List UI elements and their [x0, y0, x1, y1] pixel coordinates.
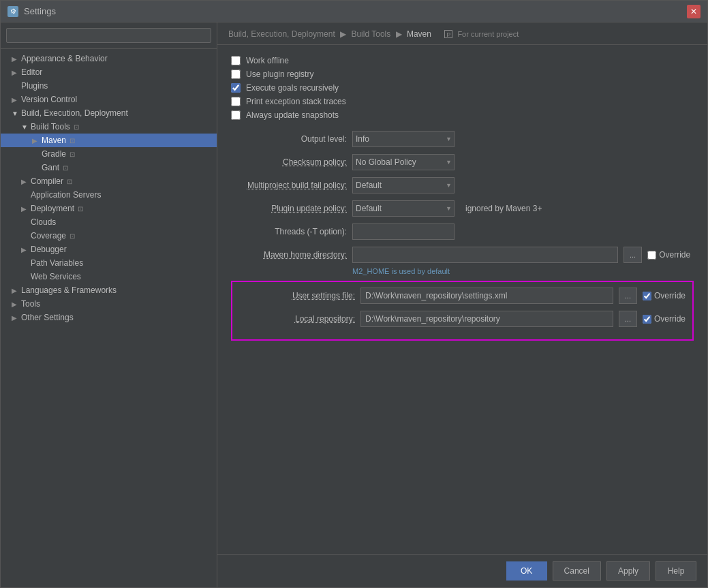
local-repo-override-checkbox[interactable] [643, 315, 651, 324]
expand-arrow-debugger: ▶ [21, 246, 31, 253]
user-settings-row: User settings file: ... Override [239, 288, 686, 304]
sidebar-label-version-control: Version Control [21, 95, 77, 104]
always-update-checkbox[interactable] [231, 110, 241, 120]
override-settings-box: User settings file: ... Override Local r… [231, 281, 694, 341]
sidebar-item-web-services[interactable]: Web Services [1, 270, 217, 283]
sidebar-label-maven: Maven [42, 136, 66, 145]
multiproject-build-fail-select[interactable]: Default At End Never Always [352, 177, 455, 194]
checksum-policy-row: Checksum policy: No Global Policy Strict… [231, 154, 694, 170]
sidebar-item-clouds[interactable]: Clouds [1, 215, 217, 229]
user-settings-override: Override [643, 291, 686, 300]
local-repo-input[interactable] [360, 311, 613, 327]
sidebar-label-appearance: Appearance & Behavior [21, 54, 108, 63]
sidebar-item-other[interactable]: ▶ Other Settings [1, 311, 217, 324]
multiproject-build-fail-row: Multiproject build fail policy: Default … [231, 177, 694, 194]
breadcrumb-sep-1: ▶ [340, 29, 346, 39]
user-settings-browse-button[interactable]: ... [619, 288, 637, 304]
maven-home-browse-button[interactable]: ... [624, 247, 642, 263]
sidebar-label-clouds: Clouds [31, 217, 56, 227]
sidebar-item-deployment[interactable]: ▶ Deployment ⊡ [1, 202, 217, 215]
always-update-row: Always update snapshots [231, 110, 694, 120]
page-icon-gant: ⊡ [61, 163, 70, 172]
sidebar-item-gant[interactable]: Gant ⊡ [1, 161, 217, 174]
dialog-title: Settings [24, 6, 56, 16]
expand-arrow-compiler: ▶ [21, 178, 31, 185]
local-repo-row: Local repository: ... Override [239, 311, 686, 327]
maven-home-input[interactable] [352, 247, 618, 263]
threads-input[interactable] [352, 223, 455, 240]
page-icon-deployment: ⊡ [76, 204, 85, 213]
sidebar: ▶ Appearance & Behavior ▶ Editor Plugins… [1, 22, 217, 587]
use-plugin-registry-checkbox[interactable] [231, 69, 241, 79]
sidebar-item-appearance[interactable]: ▶ Appearance & Behavior [1, 52, 217, 65]
sidebar-item-editor[interactable]: ▶ Editor [1, 65, 217, 79]
plugin-update-policy-select[interactable]: Default Always Never [352, 200, 455, 217]
expand-arrow-deployment: ▶ [21, 205, 31, 213]
output-level-select[interactable]: Info Debug Warn Error [352, 131, 455, 147]
sidebar-item-app-servers[interactable]: Application Servers [1, 188, 217, 202]
use-plugin-registry-label: Use plugin registry [246, 69, 313, 79]
always-update-label: Always update snapshots [246, 110, 339, 120]
expand-arrow-app-servers [21, 191, 31, 199]
search-input[interactable] [6, 28, 211, 43]
checksum-policy-select[interactable]: No Global Policy Strict Warn Fail [352, 154, 455, 170]
sidebar-label-plugins: Plugins [21, 81, 48, 91]
expand-arrow-other: ▶ [12, 314, 21, 322]
sidebar-item-tools[interactable]: ▶ Tools [1, 297, 217, 311]
plugin-update-policy-label: Plugin update policy: [231, 204, 347, 213]
multiproject-build-fail-select-wrapper: Default At End Never Always [352, 177, 455, 194]
work-offline-label: Work offline [246, 56, 289, 65]
help-button[interactable]: Help [656, 561, 696, 581]
sidebar-label-languages: Languages & Frameworks [21, 285, 117, 295]
main-panel: Build, Execution, Deployment ▶ Build Too… [217, 22, 707, 587]
sidebar-item-build-tools[interactable]: ▼ Build Tools ⊡ [1, 120, 217, 134]
expand-arrow-version-control: ▶ [12, 96, 21, 104]
cancel-button[interactable]: Cancel [553, 561, 601, 581]
sidebar-item-debugger[interactable]: ▶ Debugger [1, 243, 217, 256]
breadcrumb: Build, Execution, Deployment ▶ Build Too… [217, 22, 707, 45]
print-exceptions-label: Print exception stack traces [246, 97, 346, 106]
execute-goals-label: Execute goals recursively [246, 83, 339, 93]
execute-goals-checkbox[interactable] [231, 83, 241, 93]
user-settings-override-checkbox[interactable] [643, 292, 651, 300]
maven-home-override-label: Override [659, 250, 690, 260]
page-icon-maven: ⊡ [67, 136, 77, 145]
sidebar-item-maven[interactable]: ▶ Maven ⊡ [1, 134, 217, 147]
sidebar-label-editor: Editor [21, 67, 42, 77]
sidebar-item-build-exec[interactable]: ▼ Build, Execution, Deployment [1, 106, 217, 120]
breadcrumb-part-3: Maven [407, 29, 431, 39]
sidebar-item-languages[interactable]: ▶ Languages & Frameworks [1, 283, 217, 297]
print-exceptions-checkbox[interactable] [231, 97, 241, 106]
ok-button[interactable]: OK [506, 561, 547, 581]
sidebar-item-coverage[interactable]: Coverage ⊡ [1, 229, 217, 243]
maven-home-default-note: M2_HOME is used by default [352, 267, 694, 275]
page-icon-compiler: ⊡ [65, 176, 74, 186]
sidebar-item-gradle[interactable]: Gradle ⊡ [1, 147, 217, 161]
maven-home-override-checkbox[interactable] [647, 251, 656, 260]
expand-arrow-languages: ▶ [12, 287, 21, 294]
plugin-update-policy-note: ignored by Maven 3+ [465, 204, 542, 213]
settings-tree: ▶ Appearance & Behavior ▶ Editor Plugins… [1, 49, 217, 587]
sidebar-label-debugger: Debugger [31, 245, 67, 254]
user-settings-input[interactable] [360, 288, 613, 304]
sidebar-item-compiler[interactable]: ▶ Compiler ⊡ [1, 174, 217, 188]
breadcrumb-part-2: Build Tools [351, 29, 390, 39]
expand-arrow-gant [32, 164, 42, 172]
breadcrumb-suffix: P For current project [444, 30, 519, 38]
search-box [1, 22, 217, 49]
sidebar-item-version-control[interactable]: ▶ Version Control [1, 93, 217, 106]
expand-arrow-tools: ▶ [12, 300, 21, 308]
sidebar-label-tools: Tools [21, 299, 40, 309]
form-section: Output level: Info Debug Warn Error [231, 131, 694, 341]
apply-button[interactable]: Apply [606, 561, 650, 581]
close-button[interactable]: ✕ [687, 5, 701, 18]
output-level-label: Output level: [231, 134, 347, 144]
work-offline-checkbox[interactable] [231, 56, 241, 65]
local-repo-browse-button[interactable]: ... [619, 311, 637, 327]
sidebar-item-path-variables[interactable]: Path Variables [1, 256, 217, 270]
sidebar-item-plugins[interactable]: Plugins [1, 79, 217, 93]
output-level-select-wrapper: Info Debug Warn Error [352, 131, 455, 147]
expand-arrow-gradle [32, 151, 42, 158]
title-bar: ⚙ Settings ✕ [1, 1, 707, 22]
expand-arrow-plugins [12, 82, 21, 90]
